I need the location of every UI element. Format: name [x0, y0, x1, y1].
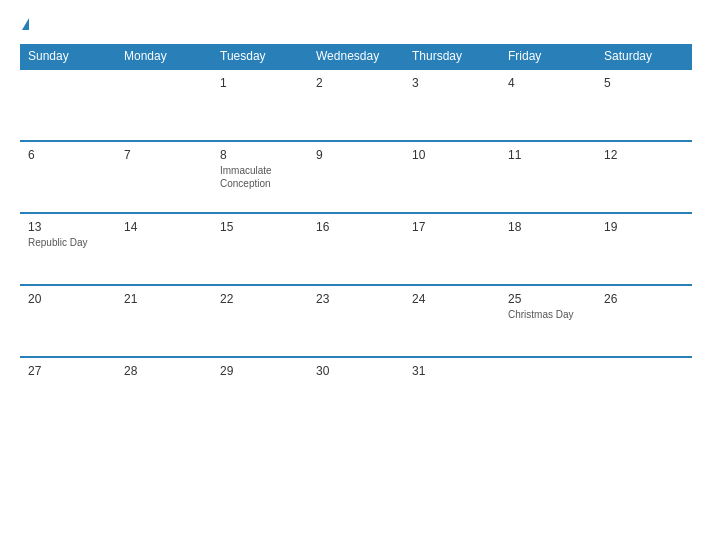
- calendar-cell: 9: [308, 141, 404, 213]
- day-number: 26: [604, 292, 684, 306]
- calendar-cell: [500, 357, 596, 429]
- calendar-cell: 26: [596, 285, 692, 357]
- week-row-5: 2728293031: [20, 357, 692, 429]
- day-number: 4: [508, 76, 588, 90]
- calendar-cell: 5: [596, 69, 692, 141]
- calendar-cell: 11: [500, 141, 596, 213]
- calendar-cell: 12: [596, 141, 692, 213]
- calendar-cell: 13Republic Day: [20, 213, 116, 285]
- day-header-saturday: Saturday: [596, 44, 692, 69]
- calendar-cell: 14: [116, 213, 212, 285]
- day-number: 7: [124, 148, 204, 162]
- calendar-cell: 30: [308, 357, 404, 429]
- day-number: 6: [28, 148, 108, 162]
- calendar-cell: 6: [20, 141, 116, 213]
- calendar-cell: 17: [404, 213, 500, 285]
- calendar-cell: 15: [212, 213, 308, 285]
- holiday-label: Republic Day: [28, 236, 108, 249]
- day-number: 8: [220, 148, 300, 162]
- day-number: 2: [316, 76, 396, 90]
- day-number: 14: [124, 220, 204, 234]
- day-number: 21: [124, 292, 204, 306]
- day-header-tuesday: Tuesday: [212, 44, 308, 69]
- calendar-cell: 7: [116, 141, 212, 213]
- day-header-friday: Friday: [500, 44, 596, 69]
- day-number: 17: [412, 220, 492, 234]
- day-number: 28: [124, 364, 204, 378]
- calendar-cell: 20: [20, 285, 116, 357]
- calendar-cell: 10: [404, 141, 500, 213]
- calendar-cell: 4: [500, 69, 596, 141]
- calendar-cell: 23: [308, 285, 404, 357]
- week-row-4: 202122232425Christmas Day26: [20, 285, 692, 357]
- day-number: 31: [412, 364, 492, 378]
- day-number: 9: [316, 148, 396, 162]
- calendar-cell: [20, 69, 116, 141]
- calendar-cell: 21: [116, 285, 212, 357]
- holiday-label: Christmas Day: [508, 308, 588, 321]
- calendar-cell: 1: [212, 69, 308, 141]
- day-number: 27: [28, 364, 108, 378]
- day-number: 30: [316, 364, 396, 378]
- day-number: 18: [508, 220, 588, 234]
- calendar-cell: 27: [20, 357, 116, 429]
- day-number: 12: [604, 148, 684, 162]
- week-row-2: 678Immaculate Conception9101112: [20, 141, 692, 213]
- calendar-cell: 28: [116, 357, 212, 429]
- week-row-3: 13Republic Day141516171819: [20, 213, 692, 285]
- calendar-cell: 29: [212, 357, 308, 429]
- logo: [20, 18, 29, 30]
- calendar-table: SundayMondayTuesdayWednesdayThursdayFrid…: [20, 44, 692, 429]
- calendar-cell: 2: [308, 69, 404, 141]
- day-number: 1: [220, 76, 300, 90]
- day-number: 5: [604, 76, 684, 90]
- day-header-monday: Monday: [116, 44, 212, 69]
- calendar-cell: 16: [308, 213, 404, 285]
- calendar-cell: [116, 69, 212, 141]
- day-number: 15: [220, 220, 300, 234]
- day-number: 22: [220, 292, 300, 306]
- calendar-cell: 3: [404, 69, 500, 141]
- day-number: 16: [316, 220, 396, 234]
- day-number: 13: [28, 220, 108, 234]
- day-number: 23: [316, 292, 396, 306]
- calendar-cell: 18: [500, 213, 596, 285]
- day-number: 29: [220, 364, 300, 378]
- holiday-label: Immaculate Conception: [220, 164, 300, 190]
- day-header-wednesday: Wednesday: [308, 44, 404, 69]
- day-header-sunday: Sunday: [20, 44, 116, 69]
- calendar-cell: 25Christmas Day: [500, 285, 596, 357]
- calendar-cell: 24: [404, 285, 500, 357]
- calendar-cell: 8Immaculate Conception: [212, 141, 308, 213]
- day-number: 24: [412, 292, 492, 306]
- page: SundayMondayTuesdayWednesdayThursdayFrid…: [0, 0, 712, 550]
- logo-triangle-icon: [22, 18, 29, 30]
- header: [20, 18, 692, 30]
- day-header-thursday: Thursday: [404, 44, 500, 69]
- day-number: 11: [508, 148, 588, 162]
- calendar-cell: 22: [212, 285, 308, 357]
- day-number: 3: [412, 76, 492, 90]
- day-number: 25: [508, 292, 588, 306]
- calendar-cell: 19: [596, 213, 692, 285]
- week-row-1: 12345: [20, 69, 692, 141]
- days-header-row: SundayMondayTuesdayWednesdayThursdayFrid…: [20, 44, 692, 69]
- day-number: 10: [412, 148, 492, 162]
- day-number: 19: [604, 220, 684, 234]
- calendar-cell: 31: [404, 357, 500, 429]
- calendar-cell: [596, 357, 692, 429]
- day-number: 20: [28, 292, 108, 306]
